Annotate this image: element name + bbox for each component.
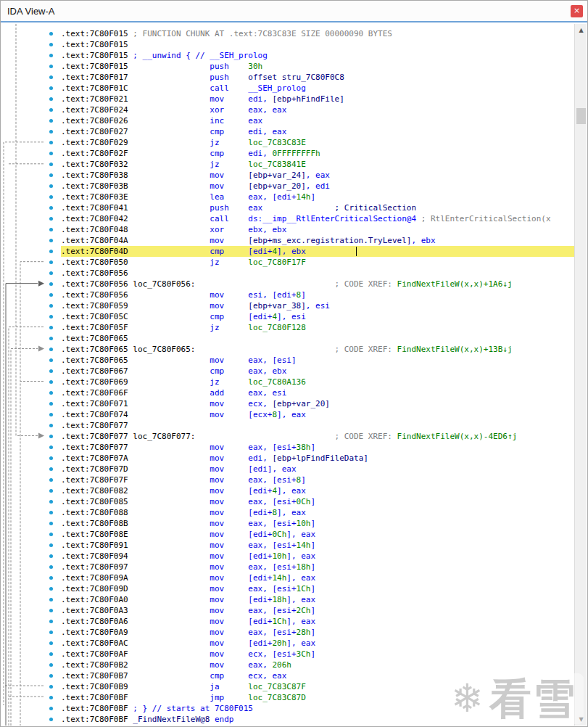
listing-line[interactable]: .text:7C80F077 loc_7C80F077: ; CODE XREF… (61, 431, 574, 442)
listing-line[interactable]: .text:7C80F056 loc_7C80F056: ; CODE XREF… (61, 279, 574, 289)
listing-line[interactable]: .text:7C80F015 (61, 39, 574, 50)
token-loc[interactable]: loc_7C83C87D (248, 693, 305, 702)
listing-line[interactable]: .text:7C80F050 jz loc_7C80F17F (61, 257, 574, 268)
listing-line[interactable]: .text:7C80F027 cmp edi, eax (61, 126, 574, 137)
listing-line[interactable]: .text:7C80F03B mov [ebp+var_20], edi (61, 181, 574, 192)
listing-line[interactable]: .text:7C80F038 mov [ebp+var_24], eax (61, 170, 574, 181)
listing-line[interactable]: .text:7C80F05C cmp [edi+4], esi (61, 311, 574, 322)
listing-line[interactable]: .text:7C80F017 push offset stru_7C80F0C8 (61, 72, 574, 83)
listing-line[interactable]: .text:7C80F04D cmp [edi+4], ebx (61, 246, 574, 257)
listing-line[interactable]: .text:7C80F0B7 cmp ecx, eax (61, 670, 574, 681)
token-loc[interactable]: loc_7C83C83E (248, 138, 305, 147)
nav-marker-dot (49, 674, 53, 678)
token-addr: .text:7C80F0AC (61, 638, 128, 648)
listing-line[interactable]: .text:7C80F0BF ; } // starts at 7C80F015 (61, 703, 574, 714)
token-loc[interactable]: loc_7C83C87F (248, 682, 305, 691)
listing-line[interactable]: .text:7C80F029 jz loc_7C83C83E (61, 137, 574, 148)
listing-line[interactable]: .text:7C80F07F mov eax, [esi+8] (61, 475, 574, 485)
token-name[interactable]: ds:__imp__RtlEnterCriticalSection@4 (248, 214, 416, 223)
token-name[interactable]: __SEH_prolog (248, 83, 305, 93)
token-num: 14h (272, 573, 286, 583)
scrollbar-thumb[interactable] (576, 108, 586, 124)
listing-line[interactable]: .text:7C80F074 mov [ecx+8], eax (61, 409, 574, 420)
listing-line[interactable]: .text:7C80F07A mov edi, [ebp+lpFindFileD… (61, 453, 574, 464)
nav-marker-dot (49, 119, 53, 123)
listing-line[interactable]: .text:7C80F01C call __SEH_prolog (61, 83, 574, 94)
listing-line[interactable]: .text:7C80F085 mov eax, [esi+0Ch] (61, 496, 574, 507)
token-addr: .text:7C80F03E (61, 192, 128, 202)
window-titlebar[interactable]: IDA View-A × (1, 1, 587, 22)
token-loc[interactable]: loc_7C80F128 (248, 323, 305, 332)
listing-line[interactable]: .text:7C80F032 jz loc_7C83841E (61, 159, 574, 170)
listing-line[interactable]: .text:7C80F08E mov [edi+0Ch], eax (61, 529, 574, 540)
listing-line[interactable]: .text:7C80F06F add eax, esi (61, 387, 574, 398)
listing-line[interactable]: .text:7C80F0BF _FindNextFileW@8 endp (61, 714, 574, 725)
listing-line[interactable]: .text:7C80F05F jz loc_7C80F128 (61, 322, 574, 333)
token-addr: .text:7C80F056 (61, 279, 128, 289)
listing-line[interactable]: .text:7C80F069 jz loc_7C80A136 (61, 377, 574, 387)
scrollbar-down-icon[interactable]: ▼ (575, 713, 587, 726)
listing-line[interactable]: .text:7C80F026 inc eax (61, 115, 574, 126)
token-var[interactable]: _FindNextFileW@8 (128, 715, 215, 724)
token-var[interactable]: offset stru_7C80F0C8 (248, 73, 344, 82)
listing-line[interactable]: .text:7C80F0B9 ja loc_7C83C87F (61, 681, 574, 692)
token-loc[interactable]: loc_7C80A136 (248, 377, 305, 387)
listing-line[interactable]: .text:7C80F065 mov eax, [esi] (61, 355, 574, 366)
token-var[interactable]: [ebp+var_24] (248, 171, 305, 180)
token-var[interactable]: [ebp+var_38] (248, 301, 305, 311)
listing-line[interactable]: .text:7C80F065 (61, 333, 574, 344)
listing-line[interactable]: .text:7C80F04A mov [ebp+ms_exc.registrat… (61, 235, 574, 246)
listing-line[interactable]: .text:7C80F042 call ds:__imp__RtlEnterCr… (61, 213, 574, 224)
listing-line[interactable]: .text:7C80F09A mov [edi+14h], eax (61, 572, 574, 583)
listing-line[interactable]: .text:7C80F09D mov eax, [esi+1Ch] (61, 583, 574, 594)
listing-line[interactable]: .text:7C80F07D mov [edi], eax (61, 464, 574, 475)
listing-line[interactable]: .text:7C80F065 loc_7C80F065: ; CODE XREF… (61, 344, 574, 355)
scrollbar-up-icon[interactable]: ▲ (575, 24, 587, 36)
listing-line[interactable]: .text:7C80F0BF jmp loc_7C83C87D (61, 692, 574, 703)
listing-line[interactable]: .text:7C80F082 mov [edi+4], eax (61, 485, 574, 496)
listing-line[interactable]: .text:7C80F02F cmp edi, 0FFFFFFFFh (61, 148, 574, 159)
token-var[interactable]: [ebp+ms_exc.registration.TryLevel] (248, 236, 411, 245)
token-loc[interactable]: loc_7C80F17F (248, 258, 305, 267)
listing-line[interactable]: .text:7C80F0A3 mov eax, [esi+2Ch] (61, 605, 574, 616)
listing-line[interactable]: .text:7C80F0AC mov [edi+20h], eax (61, 638, 574, 649)
nav-marker-dot (49, 718, 53, 721)
listing-line[interactable]: .text:7C80F067 cmp eax, ebx (61, 366, 574, 377)
listing-line[interactable]: .text:7C80F077 mov eax, [esi+38h] (61, 442, 574, 453)
close-button[interactable]: × (571, 5, 583, 17)
listing-line[interactable]: .text:7C80F015 push 30h (61, 61, 574, 72)
listing-line[interactable]: .text:7C80F024 xor eax, eax (61, 104, 574, 115)
nav-marker-dot (49, 97, 53, 101)
listing-line[interactable]: .text:7C80F015 ; FUNCTION CHUNK AT .text… (61, 28, 574, 39)
listing-line[interactable]: .text:7C80F0B2 mov eax, 206h (61, 660, 574, 670)
listing-line[interactable]: .text:7C80F03E lea eax, [edi+14h] (61, 192, 574, 202)
token-var[interactable]: [ebp+hFindFile] (272, 94, 344, 104)
listing-line[interactable]: .text:7C80F071 mov ecx, [ebp+var_20] (61, 398, 574, 409)
listing-line[interactable]: .text:7C80F056 mov esi, [edi+8] (61, 289, 574, 300)
listing-line[interactable]: .text:7C80F059 mov [ebp+var_38], esi (61, 300, 574, 311)
token-cmt: ; FUNCTION CHUNK AT .text:7C83C83E SIZE … (128, 29, 392, 38)
token-name[interactable]: __SEH_prolog (210, 51, 267, 60)
listing-line[interactable]: .text:7C80F0AF mov ecx, [esi+3Ch] (61, 649, 574, 660)
listing-line[interactable]: .text:7C80F091 mov eax, [esi+14h] (61, 540, 574, 551)
listing-line[interactable]: .text:7C80F056 (61, 268, 574, 279)
token-var[interactable]: [ebp+var_20] (272, 399, 329, 408)
listing-line[interactable]: .text:7C80F015 ; __unwind { // __SEH_pro… (61, 50, 574, 61)
listing-line[interactable]: .text:7C80F0A9 mov eax, [esi+28h] (61, 627, 574, 638)
listing-line[interactable]: .text:7C80F077 (61, 420, 574, 431)
token-loc[interactable]: loc_7C83841E (248, 160, 305, 169)
token-mn: endp (215, 715, 234, 724)
listing-line[interactable]: .text:7C80F0A6 mov [edi+1Ch], eax (61, 616, 574, 627)
token-var[interactable]: [ebp+lpFindFileData] (272, 453, 368, 463)
listing-line[interactable]: .text:7C80F048 xor ebx, ebx (61, 224, 574, 235)
listing-line[interactable]: .text:7C80F094 mov [edi+10h], eax (61, 551, 574, 562)
listing-line[interactable]: .text:7C80F08B mov eax, [esi+10h] (61, 518, 574, 529)
listing-line[interactable]: .text:7C80F088 mov [edi+8], eax (61, 507, 574, 518)
listing-line[interactable]: .text:7C80F021 mov edi, [ebp+hFindFile] (61, 94, 574, 104)
listing-line[interactable]: .text:7C80F097 mov eax, [esi+18h] (61, 562, 574, 572)
listing-line[interactable]: .text:7C80F0A0 mov [edi+18h], eax (61, 594, 574, 605)
disassembly-listing[interactable]: .text:7C80F015 ; FUNCTION CHUNK AT .text… (1, 24, 574, 726)
token-var[interactable]: [ebp+var_20] (248, 181, 305, 191)
listing-line[interactable]: .text:7C80F041 push eax ; CriticalSectio… (61, 202, 574, 213)
vertical-scrollbar[interactable]: ▲ ▼ (574, 24, 587, 726)
